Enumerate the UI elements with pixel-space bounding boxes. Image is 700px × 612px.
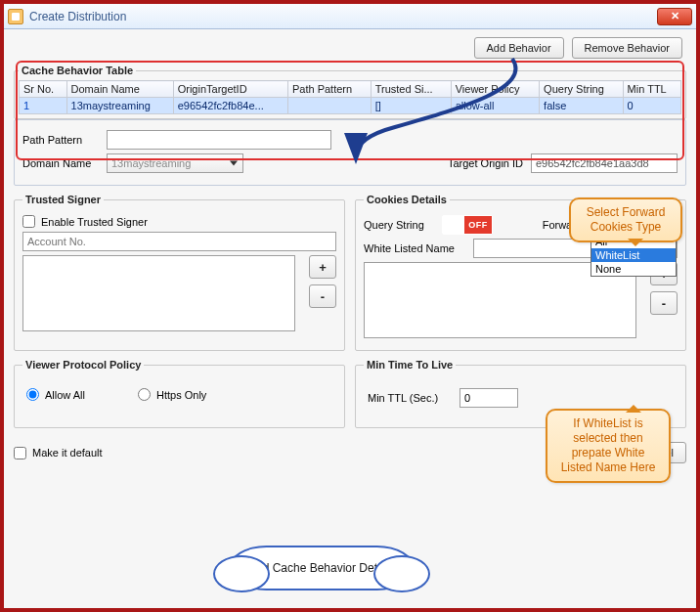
col-srno[interactable]: Sr No. <box>20 81 67 98</box>
toggle-off-knob: OFF <box>464 216 492 234</box>
allow-all-radio[interactable]: Allow All <box>26 388 103 401</box>
domain-name-dropdown[interactable]: 13maystreaming <box>107 153 243 173</box>
cell-trusted: [] <box>371 98 451 114</box>
make-default-input[interactable] <box>14 447 26 459</box>
trusted-signer-remove-button[interactable]: - <box>309 284 336 308</box>
viewer-protocol-policy-group: Viewer Protocol Policy Allow All Https O… <box>14 359 345 428</box>
target-origin-label: Target Origin ID <box>448 157 523 169</box>
https-only-radio-input[interactable] <box>138 388 151 401</box>
query-string-label: Query String <box>364 219 434 231</box>
white-listed-name-label: White Listed Name <box>364 242 465 254</box>
create-distribution-window: Create Distribution ✕ Add Behavior Remov… <box>4 4 696 608</box>
cache-behavior-table-legend: Cache Behavior Table <box>19 65 136 76</box>
path-pattern-label: Path Pattern <box>22 134 99 146</box>
trusted-signer-add-button[interactable]: + <box>309 255 336 279</box>
make-default-checkbox[interactable]: Make it default <box>14 447 103 459</box>
cache-behavior-table[interactable]: Sr No. Domain Name OriginTargetID Path P… <box>19 80 681 114</box>
col-minttl[interactable]: Min TTL <box>623 81 680 98</box>
enable-trusted-signer-input[interactable] <box>22 215 35 228</box>
annotation-callout-whitelist-hint: If WhiteList is selected then prepate Wh… <box>546 409 671 483</box>
allow-all-label: Allow All <box>45 389 85 401</box>
annotation-callout-forward-cookies: Select Forward Cookies Type <box>569 197 682 242</box>
https-only-label: Https Only <box>156 389 206 401</box>
forward-option-none[interactable]: None <box>591 262 676 276</box>
annotation-callout-text: Select Forward Cookies Type <box>587 205 666 234</box>
min-ttl-label: Min TTL (Sec.) <box>368 392 452 404</box>
annotation-cloud: Add Cache Behavior Details <box>229 546 415 590</box>
cell-viewer: allow-all <box>451 98 539 114</box>
min-ttl-legend: Min Time To Live <box>364 359 456 371</box>
col-path[interactable]: Path Pattern <box>287 81 371 98</box>
path-domain-group: Path Pattern Domain Name 13maystreaming … <box>14 119 686 186</box>
close-button[interactable]: ✕ <box>657 8 692 25</box>
cell-path <box>287 98 371 114</box>
remove-behavior-button[interactable]: Remove Behavior <box>572 37 682 59</box>
make-default-label: Make it default <box>32 447 103 459</box>
trusted-signer-listbox[interactable] <box>22 255 295 331</box>
add-behavior-button[interactable]: Add Behavior <box>474 37 564 59</box>
annotation-callout-text: If WhiteList is selected then prepate Wh… <box>561 416 656 474</box>
cell-domain: 13maystreaming <box>66 98 173 114</box>
table-header-row: Sr No. Domain Name OriginTargetID Path P… <box>20 81 681 98</box>
allow-all-radio-input[interactable] <box>26 388 39 401</box>
table-row[interactable]: 1 13maystreaming e96542fc2fb84e... [] al… <box>20 98 681 114</box>
close-icon: ✕ <box>671 10 679 22</box>
cookies-details-legend: Cookies Details <box>364 194 450 205</box>
trusted-signer-group: Trusted Signer Enable Trusted Signer + - <box>14 194 345 351</box>
white-listed-remove-button[interactable]: - <box>650 291 678 315</box>
viewer-protocol-policy-legend: Viewer Protocol Policy <box>22 359 144 371</box>
content-area: Add Behavior Remove Behavior Cache Behav… <box>4 29 696 608</box>
path-pattern-input[interactable] <box>107 130 331 150</box>
cell-origin: e96542fc2fb84e... <box>173 98 287 114</box>
window-title: Create Distribution <box>29 10 126 23</box>
col-query[interactable]: Query String <box>540 81 623 98</box>
col-trusted[interactable]: Trusted Si... <box>371 81 451 98</box>
col-domain[interactable]: Domain Name <box>66 81 173 98</box>
enable-trusted-signer-label: Enable Trusted Signer <box>41 216 148 228</box>
cell-srno: 1 <box>20 98 67 114</box>
min-ttl-input[interactable] <box>459 388 518 408</box>
cell-query: false <box>540 98 623 114</box>
domain-name-value: 13maystreaming <box>111 157 191 169</box>
trusted-signer-legend: Trusted Signer <box>22 194 104 205</box>
app-icon <box>8 9 23 24</box>
annotation-cloud-text: Add Cache Behavior Details <box>248 561 395 575</box>
col-origin[interactable]: OriginTargetID <box>173 81 287 98</box>
title-bar: Create Distribution ✕ <box>4 4 696 29</box>
domain-name-label: Domain Name <box>22 157 99 169</box>
enable-trusted-signer-checkbox[interactable]: Enable Trusted Signer <box>22 215 148 228</box>
target-origin-id-field <box>531 153 678 173</box>
account-no-input <box>22 232 336 251</box>
col-viewer[interactable]: Viewer Policy <box>451 81 539 98</box>
https-only-radio[interactable]: Https Only <box>138 388 214 401</box>
chevron-down-icon <box>227 156 241 170</box>
cell-minttl: 0 <box>623 98 680 114</box>
query-string-toggle[interactable]: OFF <box>442 215 493 235</box>
cache-behavior-table-group: Cache Behavior Table Sr No. Domain Name … <box>14 65 686 119</box>
